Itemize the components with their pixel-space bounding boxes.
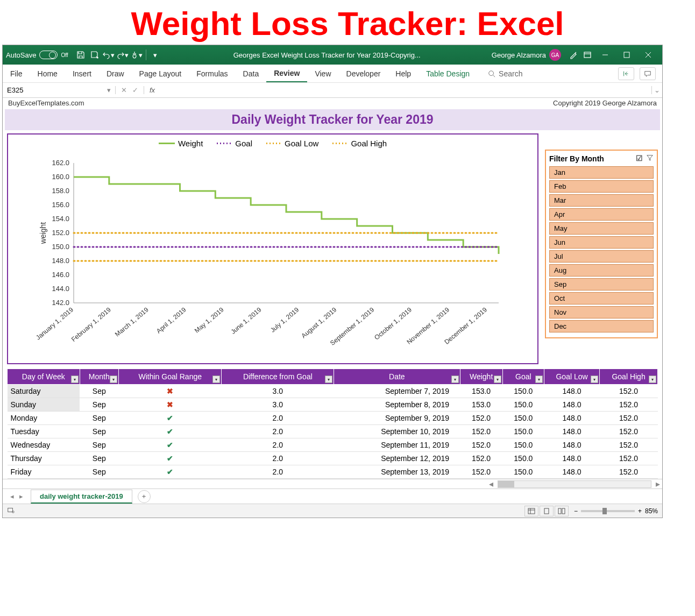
- table-row[interactable]: SundaySep✖3.0September 8, 2019153.0150.0…: [8, 398, 658, 412]
- col-header[interactable]: Day of Week▾: [8, 369, 80, 385]
- slicer-item-jun[interactable]: Jun: [549, 236, 654, 249]
- slicer-item-apr[interactable]: Apr: [549, 208, 654, 221]
- horizontal-scrollbar[interactable]: [498, 480, 651, 488]
- save-as-icon[interactable]: [88, 48, 102, 62]
- slicer-item-jan[interactable]: Jan: [549, 166, 654, 179]
- next-sheet-icon[interactable]: ▸: [19, 492, 23, 500]
- pen-icon[interactable]: [566, 48, 580, 62]
- page-break-view-icon[interactable]: [555, 506, 569, 516]
- document-title: Georges Excel Weight Loss Tracker for Ye…: [162, 51, 492, 59]
- clear-filter-icon[interactable]: [646, 154, 654, 163]
- expand-formula-bar[interactable]: ⌄: [651, 86, 662, 94]
- svg-text:June 1, 2019: June 1, 2019: [229, 306, 263, 336]
- filter-dropdown-icon[interactable]: ▾: [591, 376, 598, 383]
- add-sheet-button[interactable]: +: [138, 490, 151, 503]
- name-box[interactable]: E325 ▾: [3, 86, 116, 94]
- svg-point-2: [489, 70, 494, 75]
- zoom-in-button[interactable]: +: [638, 507, 642, 515]
- table-row[interactable]: WednesdaySep✔2.0September 11, 2019152.01…: [8, 438, 658, 452]
- redo-icon[interactable]: ▾: [116, 48, 130, 62]
- filter-dropdown-icon[interactable]: ▾: [325, 376, 332, 383]
- zoom-slider[interactable]: [581, 510, 635, 512]
- col-header[interactable]: Goal▾: [502, 369, 544, 385]
- tab-help[interactable]: Help: [388, 65, 419, 82]
- svg-text:158.0: 158.0: [52, 187, 69, 195]
- legend-goal: Goal: [235, 139, 252, 148]
- zoom-out-button[interactable]: −: [574, 507, 578, 515]
- table-row[interactable]: SaturdaySep✖3.0September 7, 2019153.0150…: [8, 385, 658, 398]
- col-header[interactable]: Weight▾: [460, 369, 502, 385]
- svg-text:March 1, 2019: March 1, 2019: [114, 306, 150, 338]
- table-row[interactable]: TuesdaySep✔2.0September 10, 2019152.0150…: [8, 425, 658, 438]
- table-row[interactable]: ThursdaySep✔2.0September 12, 2019152.015…: [8, 452, 658, 465]
- filter-dropdown-icon[interactable]: ▾: [451, 376, 459, 383]
- col-header[interactable]: Goal High▾: [600, 369, 658, 385]
- cancel-icon[interactable]: ✕: [121, 86, 127, 94]
- tab-review[interactable]: Review: [266, 65, 307, 82]
- table-row[interactable]: FridaySep✔2.0September 13, 2019152.0150.…: [8, 465, 658, 479]
- tab-table-design[interactable]: Table Design: [419, 65, 477, 82]
- col-header[interactable]: Goal Low▾: [544, 369, 599, 385]
- filter-dropdown-icon[interactable]: ▾: [649, 376, 656, 383]
- normal-view-icon[interactable]: [524, 506, 538, 516]
- table-row[interactable]: MondaySep✔2.0September 9, 2019152.0150.0…: [8, 412, 658, 425]
- touch-mode-icon[interactable]: ▾: [130, 48, 144, 62]
- slicer-item-dec[interactable]: Dec: [549, 320, 654, 332]
- close-button[interactable]: [637, 47, 659, 62]
- tab-developer[interactable]: Developer: [339, 65, 388, 82]
- tab-page-layout[interactable]: Page Layout: [132, 65, 189, 82]
- tab-draw[interactable]: Draw: [99, 65, 132, 82]
- filter-dropdown-icon[interactable]: ▾: [535, 376, 543, 383]
- status-bar: − + 85%: [3, 504, 662, 518]
- tab-home[interactable]: Home: [30, 65, 65, 82]
- tab-formulas[interactable]: Formulas: [189, 65, 235, 82]
- avatar[interactable]: GA: [549, 49, 561, 61]
- maximize-button[interactable]: [616, 47, 637, 62]
- tab-file[interactable]: File: [3, 65, 30, 82]
- slicer-item-oct[interactable]: Oct: [549, 292, 654, 305]
- multi-select-icon[interactable]: ☑: [636, 154, 643, 163]
- col-header[interactable]: Difference from Goal▾: [222, 369, 334, 385]
- record-macro-icon[interactable]: [7, 508, 15, 515]
- col-header[interactable]: Within Goal Range▾: [119, 369, 222, 385]
- slicer-item-sep[interactable]: Sep: [549, 278, 654, 291]
- minimize-button[interactable]: [594, 47, 616, 62]
- col-header[interactable]: Date▾: [334, 369, 460, 385]
- enter-icon[interactable]: ✓: [132, 86, 138, 94]
- svg-text:148.0: 148.0: [52, 257, 69, 265]
- tab-insert[interactable]: Insert: [65, 65, 99, 82]
- filter-dropdown-icon[interactable]: ▾: [494, 376, 501, 383]
- scroll-left-icon[interactable]: ◂: [487, 479, 495, 489]
- autosave-toggle[interactable]: AutoSave Off: [6, 51, 68, 59]
- save-icon[interactable]: [74, 48, 88, 62]
- weight-chart[interactable]: Weight Goal Goal Low Goal High 142.0144.…: [7, 133, 538, 364]
- search-label: Search: [499, 69, 522, 78]
- col-header[interactable]: Month▾: [80, 369, 119, 385]
- slicer-item-aug[interactable]: Aug: [549, 264, 654, 277]
- undo-icon[interactable]: ▾: [102, 48, 116, 62]
- fx-label[interactable]: fx: [144, 86, 160, 94]
- tab-view[interactable]: View: [307, 65, 338, 82]
- slicer-item-jul[interactable]: Jul: [549, 250, 654, 263]
- page-layout-view-icon[interactable]: [540, 506, 554, 516]
- slicer-item-may[interactable]: May: [549, 222, 654, 235]
- share-button[interactable]: [618, 67, 634, 80]
- tab-data[interactable]: Data: [236, 65, 267, 82]
- zoom-level[interactable]: 85%: [645, 507, 658, 515]
- scroll-right-icon[interactable]: ▸: [654, 479, 662, 489]
- sheet-tab-active[interactable]: daily weight tracker-2019: [31, 490, 132, 504]
- ribbon-display-icon[interactable]: [580, 48, 594, 62]
- filter-dropdown-icon[interactable]: ▾: [71, 376, 79, 383]
- qat-customize-icon[interactable]: ▾: [148, 48, 162, 62]
- slicer-item-mar[interactable]: Mar: [549, 194, 654, 207]
- filter-dropdown-icon[interactable]: ▾: [212, 376, 220, 383]
- prev-sheet-icon[interactable]: ◂: [10, 492, 14, 500]
- svg-text:April 1, 2019: April 1, 2019: [155, 306, 188, 335]
- slicer-item-feb[interactable]: Feb: [549, 180, 654, 193]
- filter-dropdown-icon[interactable]: ▾: [110, 376, 117, 383]
- search-box[interactable]: Search: [488, 69, 522, 78]
- svg-text:156.0: 156.0: [52, 201, 69, 209]
- comments-button[interactable]: [640, 67, 656, 80]
- search-icon: [488, 70, 495, 77]
- slicer-item-nov[interactable]: Nov: [549, 306, 654, 318]
